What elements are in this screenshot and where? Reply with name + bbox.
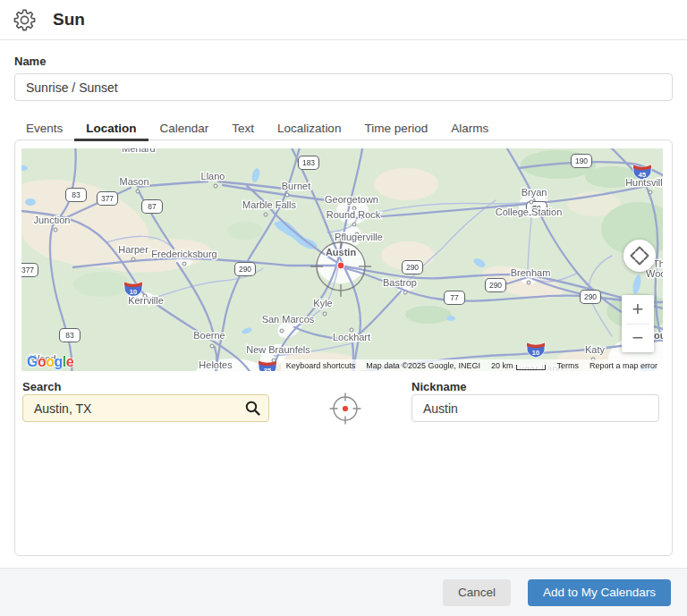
city-label: Georgetown — [325, 194, 378, 205]
city-label: Marble Falls — [242, 199, 296, 210]
city-label: Austin — [326, 247, 357, 257]
us-route-shield: 87 — [142, 200, 163, 214]
map-marker — [337, 262, 344, 269]
map-attribution: Keyboard shortcuts Map data ©2025 Google… — [281, 359, 663, 371]
tab-time-period[interactable]: Time period — [352, 116, 439, 140]
report-map-error-link[interactable]: Report a map error — [589, 361, 657, 370]
city-dot — [272, 359, 276, 362]
city-dot — [264, 213, 267, 216]
footer-bar: Cancel Add to My Calendars — [0, 568, 687, 616]
crosshair-icon[interactable] — [329, 392, 361, 425]
name-label: Name — [14, 55, 46, 68]
location-tab-panel: 1831904583377877929029029029077377831010… — [14, 139, 673, 556]
name-input[interactable] — [14, 73, 673, 101]
google-logo-letter: G — [27, 354, 38, 369]
city-label: Pflugerville — [335, 232, 383, 242]
search-field-wrap — [22, 394, 269, 422]
city-dot — [285, 193, 289, 197]
city-label: Bastrop — [383, 277, 417, 288]
city-dot — [131, 257, 135, 261]
city-label: Fredericksburg — [151, 249, 216, 259]
svg-text:290: 290 — [489, 281, 502, 290]
city-dot — [280, 329, 284, 333]
tab-localization[interactable]: Localization — [266, 116, 352, 140]
city-label: Burnet — [282, 181, 310, 191]
city-dot — [210, 344, 214, 348]
page-title: Sun — [53, 10, 85, 30]
us-route-shield: 190 — [572, 155, 592, 168]
google-logo[interactable]: Google — [27, 354, 73, 370]
keyboard-shortcuts-link[interactable]: Keyboard shortcuts — [286, 361, 356, 370]
map-scale: 20 km — [491, 361, 547, 370]
search-icon[interactable] — [244, 400, 261, 417]
city-label: Kyle — [313, 298, 332, 308]
us-route-shield: 290 — [403, 261, 423, 274]
city-dot — [530, 200, 533, 204]
tab-calendar[interactable]: Calendar — [148, 116, 221, 140]
svg-text:87: 87 — [148, 202, 157, 211]
nickname-label: Nickname — [411, 380, 466, 393]
tab-events[interactable]: Events — [14, 116, 74, 140]
add-to-my-calendars-button[interactable]: Add to My Calendars — [528, 579, 671, 606]
city-dot — [649, 190, 652, 194]
gear-icon[interactable] — [13, 8, 37, 32]
terms-link[interactable]: Terms — [556, 361, 579, 370]
window-header: Sun — [0, 0, 687, 40]
scale-bar — [516, 365, 546, 370]
us-route-shield: 83 — [66, 189, 87, 202]
city-label: Llano — [201, 171, 225, 181]
city-dot — [182, 262, 186, 266]
city-label: Bryan — [522, 187, 547, 198]
us-route-shield: 377 — [98, 192, 118, 206]
interstate-shield: 10 — [527, 343, 545, 359]
us-route-shield: 183 — [299, 156, 319, 170]
nickname-input[interactable] — [411, 394, 659, 422]
scale-label: 20 km — [491, 361, 513, 370]
city-label: Helotes — [199, 359, 233, 370]
city-label: Kerrville — [128, 295, 164, 306]
city-dot — [527, 281, 530, 284]
tab-bar: Events Location Calendar Text Localizati… — [14, 115, 500, 140]
us-route-shield: 290 — [581, 291, 601, 304]
map-zoom-control: + − — [622, 295, 654, 352]
svg-text:83: 83 — [72, 190, 81, 199]
zoom-in-button[interactable]: + — [622, 295, 654, 324]
svg-text:83: 83 — [65, 331, 74, 340]
svg-text:77: 77 — [450, 293, 459, 302]
us-route-shield: 83 — [60, 329, 81, 342]
city-label: Mason — [119, 176, 148, 187]
pan-control[interactable] — [623, 240, 656, 272]
city-label: Junction — [34, 215, 71, 225]
svg-text:377: 377 — [21, 266, 34, 274]
city-label: Brenham — [511, 267, 551, 278]
city-label: Round Rock — [327, 209, 381, 220]
svg-text:190: 190 — [575, 156, 588, 165]
city-dot — [352, 223, 356, 226]
city-label: Katy — [585, 344, 606, 355]
city-dot — [323, 312, 327, 316]
search-label: Search — [22, 380, 61, 393]
google-logo-letter: o — [46, 354, 54, 369]
svg-text:183: 183 — [302, 158, 315, 167]
city-label: Boerne — [193, 330, 225, 341]
search-input[interactable] — [22, 394, 269, 422]
google-map[interactable]: 1831904583377877929029029029077377831010… — [21, 148, 663, 371]
zoom-out-button[interactable]: − — [622, 325, 654, 353]
us-route-shield: 290 — [486, 279, 506, 292]
city-label: Harper — [118, 244, 148, 255]
svg-text:290: 290 — [406, 263, 419, 272]
google-logo-letter: g — [55, 354, 63, 369]
cancel-button[interactable]: Cancel — [443, 579, 511, 606]
city-dot — [136, 190, 140, 193]
city-dot — [214, 184, 217, 188]
tab-text[interactable]: Text — [220, 116, 266, 140]
city-label: Lockhart — [333, 332, 370, 342]
google-logo-letter: o — [38, 354, 46, 369]
svg-text:290: 290 — [584, 292, 597, 301]
city-label: College Station — [496, 207, 563, 217]
city-dot — [54, 228, 57, 232]
city-label: Huntsville — [625, 177, 663, 188]
tab-alarms[interactable]: Alarms — [439, 116, 500, 140]
us-route-shield: 77 — [445, 291, 465, 305]
tab-location[interactable]: Location — [74, 116, 148, 140]
